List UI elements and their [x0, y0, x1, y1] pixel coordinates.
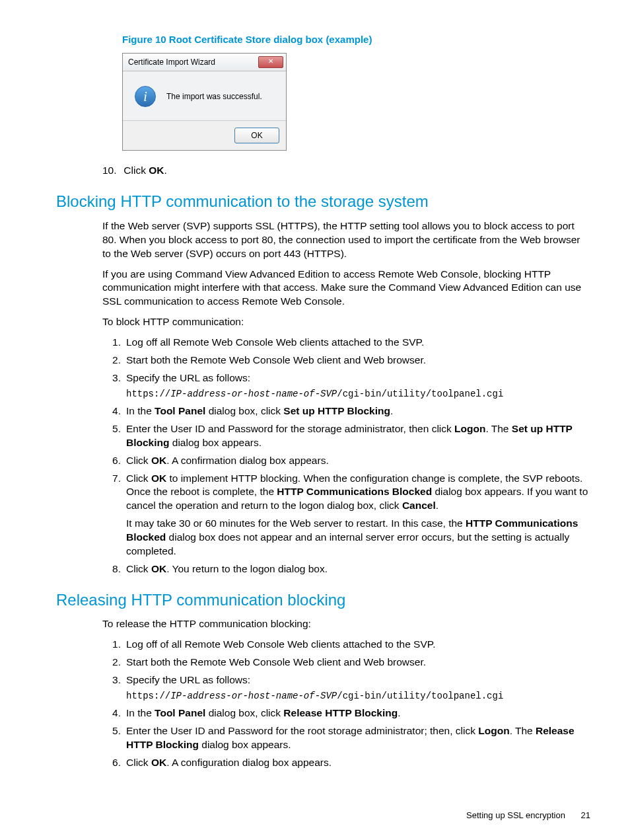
dialog-message: The import was successful.	[166, 91, 262, 102]
dialog-footer: OK	[123, 120, 286, 150]
list-item: In the Tool Panel dialog box, click Set …	[102, 404, 590, 418]
list-item: Start both the Remote Web Console Web cl…	[102, 354, 590, 367]
url-code: https://IP-address-or-host-name-of-SVP/c…	[126, 388, 590, 401]
list-item: Enter the User ID and Password for the s…	[102, 422, 590, 450]
list-item: Enter the User ID and Password for the r…	[102, 724, 590, 752]
body-paragraph: If you are using Command View Advanced E…	[102, 268, 590, 309]
url-code: https://IP-address-or-host-name-of-SVP/c…	[126, 690, 590, 703]
list-item: Log off of all Remote Web Console Web cl…	[102, 638, 590, 652]
info-icon: i	[135, 86, 156, 107]
body-paragraph: To block HTTP communication:	[102, 315, 590, 329]
dialog-screenshot: Certificate Import Wizard ✕ i The import…	[122, 53, 287, 151]
list-item: Log off all Remote Web Console Web clien…	[102, 336, 590, 350]
list-item: Specify the URL as follows: https://IP-a…	[102, 371, 590, 401]
step-number: 10.	[102, 164, 121, 178]
list-item-paragraph: It may take 30 or 60 minutes for the Web…	[126, 517, 590, 558]
list-item: Click OK to implement HTTP blocking. Whe…	[102, 472, 590, 559]
dialog-title: Certificate Import Wizard	[128, 57, 215, 67]
body-paragraph: To release the HTTP communication blocki…	[102, 617, 590, 631]
figure-caption: Figure 10 Root Certificate Store dialog …	[122, 33, 590, 46]
step-text: Click	[123, 165, 149, 176]
section-heading-releasing: Releasing HTTP communication blocking	[56, 590, 590, 611]
ok-button[interactable]: OK	[234, 128, 279, 143]
list-item: Specify the URL as follows: https://IP-a…	[102, 673, 590, 703]
list-item: Start both the Remote Web Console Web cl…	[102, 656, 590, 669]
section-heading-blocking: Blocking HTTP communication to the stora…	[56, 191, 590, 212]
list-item: Click OK. A configuration dialog box app…	[102, 756, 590, 770]
step-10: 10. Click OK.	[102, 164, 590, 178]
close-icon[interactable]: ✕	[258, 56, 283, 68]
dialog-titlebar: Certificate Import Wizard ✕	[123, 54, 286, 71]
body-paragraph: If the Web server (SVP) supports SSL (HT…	[102, 219, 590, 261]
blocking-steps-list: Log off all Remote Web Console Web clien…	[102, 336, 590, 576]
step-bold: OK	[149, 165, 164, 176]
dialog-body: i The import was successful.	[123, 71, 286, 120]
list-item: In the Tool Panel dialog box, click Rele…	[102, 706, 590, 720]
list-item: Click OK. You return to the logon dialog…	[102, 562, 590, 576]
releasing-steps-list: Log off of all Remote Web Console Web cl…	[102, 638, 590, 769]
list-item: Click OK. A confirmation dialog box appe…	[102, 454, 590, 468]
